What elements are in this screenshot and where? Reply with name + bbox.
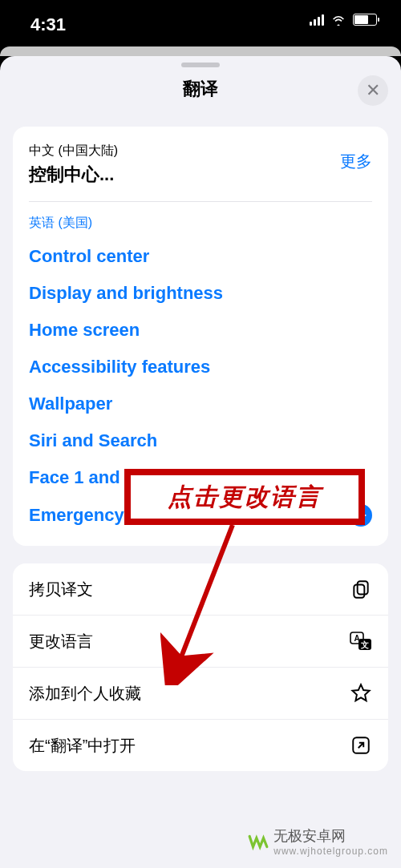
- translation-item[interactable]: Siri and Search: [29, 422, 372, 459]
- translate-sheet: 翻译 ✕ 中文 (中国大陆) 控制中心... 更多 英语 (美国) Contro…: [0, 56, 401, 868]
- watermark-name: 无极安卓网: [273, 826, 388, 846]
- action-label: 更改语言: [29, 631, 93, 652]
- source-language-label: 中文 (中国大陆): [29, 143, 372, 159]
- wifi-icon: [330, 13, 346, 26]
- close-icon: ✕: [366, 82, 380, 99]
- svg-rect-0: [358, 581, 368, 594]
- change-language-row[interactable]: 更改语言 A 文: [13, 616, 388, 668]
- translation-item[interactable]: Home screen: [29, 312, 372, 349]
- translation-item[interactable]: Accessibility features: [29, 349, 372, 386]
- add-favorite-row[interactable]: 添加到个人收藏: [13, 668, 388, 720]
- watermark: 无极安卓网 www.wjhotelgroup.com: [248, 826, 388, 857]
- sheet-header: 翻译 ✕: [0, 67, 401, 115]
- svg-rect-1: [354, 585, 364, 598]
- translation-item[interactable]: Wallpaper: [29, 386, 372, 422]
- phone-screen: 4:31 翻译 ✕ 中文 (中国大陆) 控制中心... 更多: [0, 0, 401, 868]
- action-list: 拷贝译文 更改语言 A 文: [13, 563, 388, 771]
- translation-item[interactable]: Control center: [29, 238, 372, 275]
- action-label: 添加到个人收藏: [29, 683, 141, 704]
- source-text: 控制中心...: [29, 163, 372, 187]
- watermark-url: www.wjhotelgroup.com: [273, 846, 388, 857]
- target-language-label: 英语 (美国): [29, 215, 372, 232]
- svg-text:文: 文: [360, 640, 369, 649]
- star-icon: [350, 682, 372, 704]
- status-icons: [310, 13, 377, 26]
- copy-translation-row[interactable]: 拷贝译文: [13, 563, 388, 616]
- watermark-text-group: 无极安卓网 www.wjhotelgroup.com: [273, 826, 388, 857]
- annotation-callout: 点击更改语言: [124, 469, 365, 525]
- translation-item[interactable]: Display and brightness: [29, 275, 372, 312]
- open-external-icon: [350, 734, 372, 757]
- battery-icon: [353, 14, 377, 26]
- cellular-signal-icon: [310, 13, 324, 26]
- action-label: 在“翻译”中打开: [29, 735, 136, 757]
- more-button[interactable]: 更多: [340, 151, 372, 172]
- annotation-text: 点击更改语言: [168, 481, 322, 514]
- open-in-translate-row[interactable]: 在“翻译”中打开: [13, 720, 388, 771]
- copy-icon: [350, 578, 372, 600]
- sheet-title: 翻译: [0, 77, 401, 101]
- status-time: 4:31: [30, 14, 66, 35]
- source-row: 中文 (中国大陆) 控制中心... 更多: [29, 143, 372, 202]
- action-label: 拷贝译文: [29, 579, 93, 600]
- close-button[interactable]: ✕: [358, 75, 388, 106]
- translate-icon: A 文: [350, 630, 372, 652]
- status-bar: 4:31: [0, 0, 401, 46]
- sheet-background-card: [0, 46, 401, 56]
- watermark-logo-icon: [248, 831, 269, 852]
